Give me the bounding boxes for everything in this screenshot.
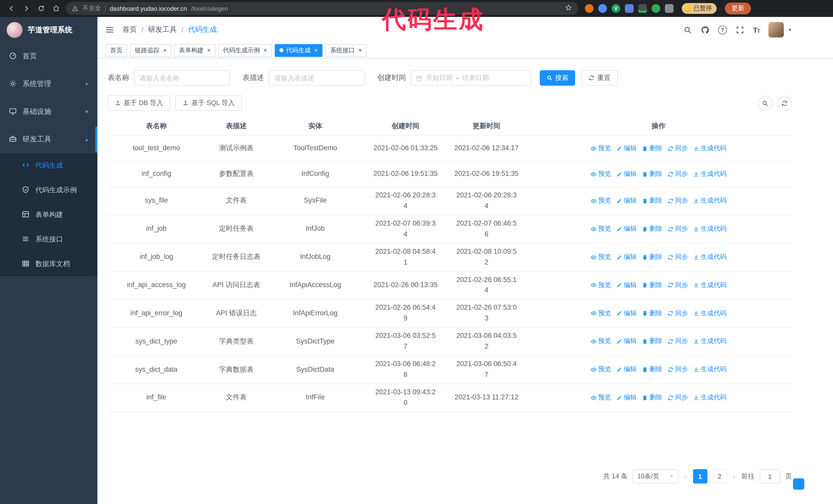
- sync-link[interactable]: 同步: [667, 196, 688, 206]
- edit-link[interactable]: 编辑: [616, 308, 637, 318]
- tab-close-icon[interactable]: ×: [163, 47, 167, 53]
- puzzle-extension-icon[interactable]: [665, 4, 673, 13]
- generate-code-link[interactable]: 生成代码: [693, 144, 727, 153]
- table-name-input[interactable]: [134, 70, 230, 86]
- preview-link[interactable]: 预览: [591, 308, 611, 318]
- delete-link[interactable]: 删除: [642, 365, 662, 375]
- edit-link[interactable]: 编辑: [616, 252, 637, 262]
- generate-code-link[interactable]: 生成代码: [693, 337, 727, 346]
- delete-link[interactable]: 删除: [642, 224, 662, 234]
- toggle-search-button[interactable]: [758, 96, 772, 111]
- reload-button[interactable]: [36, 3, 46, 14]
- generate-code-link[interactable]: 生成代码: [693, 281, 727, 290]
- reset-button[interactable]: 重置: [581, 70, 618, 86]
- preview-link[interactable]: 预览: [591, 365, 611, 375]
- sidebar-subitem-codegen-example[interactable]: 代码生成示例: [0, 178, 97, 202]
- edit-link[interactable]: 编辑: [616, 337, 637, 346]
- github-icon-button[interactable]: [701, 25, 710, 34]
- generate-code-link[interactable]: 生成代码: [693, 169, 727, 179]
- sync-link[interactable]: 同步: [667, 169, 688, 179]
- preview-link[interactable]: 预览: [591, 393, 611, 403]
- sidebar-subitem-db-doc[interactable]: 数据库文档: [0, 252, 97, 277]
- sync-link[interactable]: 同步: [667, 224, 688, 234]
- tab-4[interactable]: 代码生成示例×: [218, 44, 272, 57]
- help-icon-button[interactable]: ?: [718, 25, 727, 34]
- breadcrumb-home[interactable]: 首页: [122, 25, 137, 34]
- extension-icon-1[interactable]: [585, 4, 594, 13]
- delete-link[interactable]: 删除: [642, 308, 662, 318]
- sync-link[interactable]: 同步: [667, 308, 688, 318]
- edit-link[interactable]: 编辑: [616, 196, 637, 206]
- forward-button[interactable]: [21, 3, 31, 14]
- backtop-button[interactable]: [793, 478, 804, 490]
- back-button[interactable]: [6, 3, 17, 14]
- preview-link[interactable]: 预览: [591, 196, 611, 206]
- edit-link[interactable]: 编辑: [616, 169, 637, 179]
- tab-close-icon[interactable]: ×: [263, 47, 267, 53]
- next-page-button[interactable]: ›: [732, 473, 736, 480]
- user-avatar[interactable]: [768, 22, 784, 38]
- sidebar-item-home[interactable]: 首页: [0, 43, 97, 70]
- breadcrumb-devtools[interactable]: 研发工具: [148, 25, 177, 34]
- edit-link[interactable]: 编辑: [616, 224, 637, 234]
- font-size-icon-button[interactable]: TT: [753, 25, 760, 34]
- page-button-2[interactable]: 2: [712, 469, 727, 483]
- fullscreen-icon-button[interactable]: [736, 25, 744, 34]
- sync-link[interactable]: 同步: [667, 393, 688, 403]
- update-button[interactable]: 更新: [725, 3, 751, 14]
- tab-close-icon[interactable]: ×: [207, 47, 211, 53]
- paused-badge[interactable]: 已暂停: [682, 3, 717, 14]
- delete-link[interactable]: 删除: [642, 337, 662, 346]
- generate-code-link[interactable]: 生成代码: [693, 308, 727, 318]
- edit-link[interactable]: 编辑: [616, 365, 637, 375]
- extension-icon-3[interactable]: V: [612, 4, 620, 13]
- page-size-select[interactable]: 10条/页 ▼: [633, 469, 679, 483]
- sync-link[interactable]: 同步: [667, 281, 688, 290]
- generate-code-link[interactable]: 生成代码: [693, 393, 727, 403]
- sync-link[interactable]: 同步: [667, 144, 688, 153]
- refresh-table-button[interactable]: [777, 96, 792, 111]
- delete-link[interactable]: 删除: [642, 144, 662, 153]
- import-db-button[interactable]: 基于 DB 导入: [108, 95, 170, 111]
- edit-link[interactable]: 编辑: [616, 144, 637, 153]
- generate-code-link[interactable]: 生成代码: [693, 196, 727, 206]
- address-bar[interactable]: 不安全 dashboard.yudao.iocoder.cn/tool/code…: [66, 2, 578, 15]
- extension-icon-6[interactable]: [651, 4, 660, 13]
- extension-icon-5[interactable]: [638, 4, 647, 13]
- sync-link[interactable]: 同步: [667, 252, 688, 262]
- sidebar-subitem-api[interactable]: 系统接口: [0, 227, 97, 252]
- preview-link[interactable]: 预览: [591, 169, 611, 179]
- preview-link[interactable]: 预览: [591, 337, 611, 346]
- tab-close-icon[interactable]: ×: [314, 47, 318, 53]
- delete-link[interactable]: 删除: [642, 196, 662, 206]
- preview-link[interactable]: 预览: [591, 144, 611, 153]
- page-button-1[interactable]: 1: [693, 469, 707, 483]
- edit-link[interactable]: 编辑: [616, 393, 637, 403]
- tab-1[interactable]: 首页: [105, 44, 127, 57]
- delete-link[interactable]: 删除: [642, 169, 662, 179]
- tab-close-icon[interactable]: ×: [358, 47, 362, 53]
- sidebar-subitem-codegen[interactable]: 代码生成: [0, 153, 97, 178]
- date-range-picker[interactable]: 开始日期 - 结束日期: [411, 70, 531, 86]
- bookmark-star-icon[interactable]: [565, 4, 572, 13]
- tab-6[interactable]: 系统接口×: [326, 44, 366, 57]
- security-label[interactable]: 不安全: [82, 4, 101, 13]
- preview-link[interactable]: 预览: [591, 224, 611, 234]
- preview-link[interactable]: 预览: [591, 252, 611, 262]
- extension-icon-4[interactable]: [625, 4, 634, 13]
- edit-link[interactable]: 编辑: [616, 281, 637, 290]
- import-sql-button[interactable]: 基于 SQL 导入: [175, 95, 242, 111]
- search-icon-button[interactable]: [683, 25, 692, 34]
- tab-3[interactable]: 表单构建×: [174, 44, 215, 57]
- sidebar-scrollbar-thumb[interactable]: [95, 127, 97, 152]
- avatar-caret-icon[interactable]: ▼: [788, 27, 792, 32]
- sync-link[interactable]: 同步: [667, 365, 688, 375]
- prev-page-button[interactable]: ‹: [684, 473, 688, 480]
- sidebar-subitem-form-builder[interactable]: 表单构建: [0, 202, 97, 227]
- delete-link[interactable]: 删除: [642, 252, 662, 262]
- delete-link[interactable]: 删除: [642, 393, 662, 403]
- sidebar-item-infrastructure[interactable]: 基础设施 ▼: [0, 98, 97, 126]
- generate-code-link[interactable]: 生成代码: [693, 252, 727, 262]
- generate-code-link[interactable]: 生成代码: [693, 224, 727, 234]
- sidebar-item-devtools[interactable]: 研发工具 ▲: [0, 126, 97, 153]
